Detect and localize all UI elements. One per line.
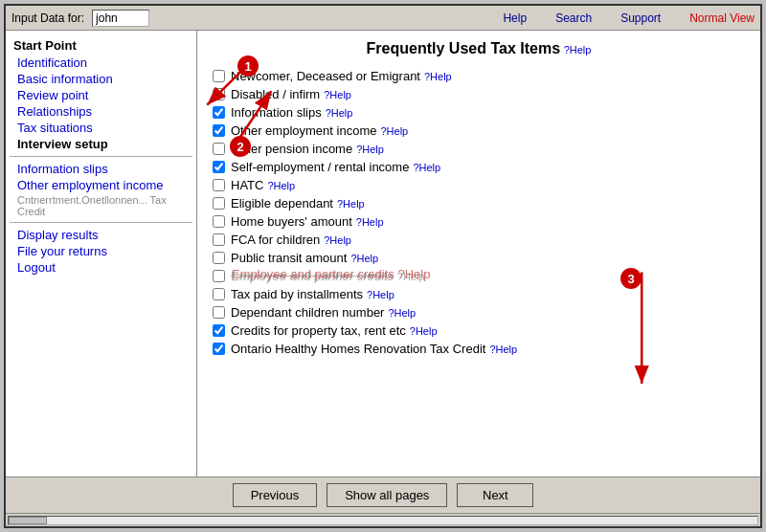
ontario-healthy-homes-checkbox[interactable] — [213, 343, 225, 355]
sidebar-item-identification[interactable]: Identification — [6, 55, 196, 71]
list-item: Dependant children number ?Help — [213, 303, 745, 321]
disabled-checkbox[interactable] — [213, 88, 225, 100]
list-item: Ontario Healthy Homes Renovation Tax Cre… — [213, 340, 745, 358]
title-help-link[interactable]: ?Help — [564, 44, 592, 55]
top-nav: Help Search Support Normal View — [503, 11, 755, 25]
item-label: HATC — [231, 178, 263, 192]
sidebar-item-information-slips[interactable]: Information slips — [6, 161, 196, 177]
self-employment-checkbox[interactable] — [213, 161, 225, 173]
item-help[interactable]: ?Help — [489, 344, 517, 355]
list-item: Public transit amount ?Help — [213, 249, 745, 267]
item-help[interactable]: ?Help — [324, 234, 351, 246]
main-content: Start Point Identification Basic informa… — [6, 31, 760, 477]
sidebar: Start Point Identification Basic informa… — [6, 31, 197, 477]
sidebar-item-interview-setup[interactable]: Interview setup — [6, 136, 196, 152]
tax-installments-checkbox[interactable] — [213, 288, 225, 300]
item-help[interactable]: ?Help — [350, 253, 378, 264]
other-employment-checkbox[interactable] — [213, 124, 225, 137]
list-item: Tax paid by installments ?Help — [213, 285, 745, 303]
list-item: FCA for children ?Help — [213, 231, 745, 249]
list-item: Self-employment / rental income ?Help — [213, 158, 745, 176]
list-item: Other employment income ?Help — [213, 122, 745, 140]
item-help[interactable]: ?Help — [356, 216, 384, 228]
item-label: Ontario Healthy Homes Renovation Tax Cre… — [231, 342, 485, 356]
sidebar-item-tax-situations[interactable]: Tax situations — [6, 120, 196, 136]
normal-view-nav[interactable]: Normal View — [689, 11, 755, 25]
item-help[interactable]: ?Help — [324, 89, 351, 100]
item-help[interactable]: ?Help — [367, 289, 394, 300]
content-area: Frequently Used Tax Items ?Help Newcomer… — [197, 31, 760, 477]
item-help[interactable]: ?Help — [380, 125, 408, 137]
item-help[interactable]: ?Help — [388, 307, 416, 319]
item-help[interactable]: ?Help — [267, 180, 295, 191]
home-buyers-checkbox[interactable] — [213, 215, 225, 228]
list-item: Information slips ?Help — [213, 103, 745, 122]
item-help[interactable]: ?Help — [326, 107, 353, 119]
item-label: Disabled / infirm — [231, 87, 320, 101]
public-transit-checkbox[interactable] — [213, 252, 225, 264]
newcomer-checkbox[interactable] — [213, 70, 225, 82]
item-label: Newcomer, Deceased or Emigrant — [231, 69, 420, 83]
support-nav[interactable]: Support — [620, 11, 661, 25]
sidebar-item-ontario-renovation[interactable]: Cntnerrtment.Onetllonnen... Tax Credit — [6, 193, 196, 218]
item-help[interactable]: ?Help — [410, 325, 438, 337]
page-title: Frequently Used Tax Items — [367, 40, 560, 56]
list-item: Other pension income ?Help — [213, 140, 745, 158]
search-nav[interactable]: Search — [555, 11, 592, 25]
fca-checkbox[interactable] — [213, 233, 225, 246]
item-label: Tax paid by installments — [231, 287, 363, 301]
dependant-children-checkbox[interactable] — [213, 306, 225, 319]
eligible-dependant-checkbox[interactable] — [213, 197, 225, 210]
other-pension-checkbox[interactable] — [213, 143, 225, 155]
info-slips-checkbox[interactable] — [213, 106, 225, 119]
item-label: Home buyers' amount — [231, 214, 352, 229]
sidebar-item-logout[interactable]: Logout — [6, 259, 196, 276]
item-help[interactable]: ?Help — [413, 162, 440, 173]
item-help[interactable]: ?Help — [424, 71, 452, 82]
sidebar-item-review-point[interactable]: Review point — [6, 87, 196, 103]
bottom-bar: Previous Show all pages Next — [6, 477, 760, 513]
item-label: Credits for property tax, rent etc — [231, 323, 406, 338]
list-item: Home buyers' amount ?Help — [213, 212, 745, 231]
sidebar-item-basic-information[interactable]: Basic information — [6, 71, 196, 87]
sidebar-item-other-employment-income[interactable]: Other employment income — [6, 177, 196, 193]
list-item: Employee and partner credits ?Help Emplo… — [213, 267, 745, 285]
employee-partner-checkbox[interactable] — [213, 270, 225, 282]
help-nav[interactable]: Help — [503, 11, 527, 25]
item-label: Dependant children number — [231, 305, 384, 320]
item-help[interactable]: ?Help — [356, 144, 384, 155]
item-label: Eligible dependant — [231, 196, 333, 211]
property-tax-checkbox[interactable] — [213, 324, 225, 337]
user-input[interactable] — [92, 10, 149, 27]
list-item: Credits for property tax, rent etc ?Help — [213, 321, 745, 340]
item-label: FCA for children — [231, 233, 320, 247]
next-button[interactable]: Next — [457, 483, 533, 507]
tax-items-list: Newcomer, Deceased or Emigrant ?Help Dis… — [213, 67, 745, 358]
list-item: Disabled / infirm ?Help — [213, 85, 745, 103]
previous-button[interactable]: Previous — [233, 483, 318, 507]
show-all-pages-button[interactable]: Show all pages — [327, 483, 447, 507]
sidebar-item-relationships[interactable]: Relationships — [6, 103, 196, 120]
item-label: Public transit amount — [231, 251, 347, 265]
sidebar-item-display-results[interactable]: Display results — [6, 227, 196, 243]
scroll-track[interactable] — [8, 516, 758, 525]
scroll-thumb[interactable] — [9, 517, 47, 524]
sidebar-item-file-returns[interactable]: File your returns — [6, 243, 196, 259]
hatc-checkbox[interactable] — [213, 179, 225, 191]
input-label: Input Data for: — [11, 11, 84, 25]
item-label: Other pension income — [231, 142, 352, 156]
horizontal-scrollbar — [6, 513, 760, 526]
list-item: HATC ?Help — [213, 176, 745, 194]
item-help[interactable]: ?Help — [337, 198, 365, 210]
item-label: Self-employment / rental income — [231, 160, 409, 174]
top-bar: Input Data for: Help Search Support Norm… — [6, 6, 760, 31]
item-label: Information slips — [231, 105, 322, 120]
item-label: Other employment income — [231, 123, 376, 138]
list-item: Eligible dependant ?Help — [213, 194, 745, 212]
list-item: Newcomer, Deceased or Emigrant ?Help — [213, 67, 745, 85]
sidebar-section-title: Start Point — [6, 36, 196, 55]
